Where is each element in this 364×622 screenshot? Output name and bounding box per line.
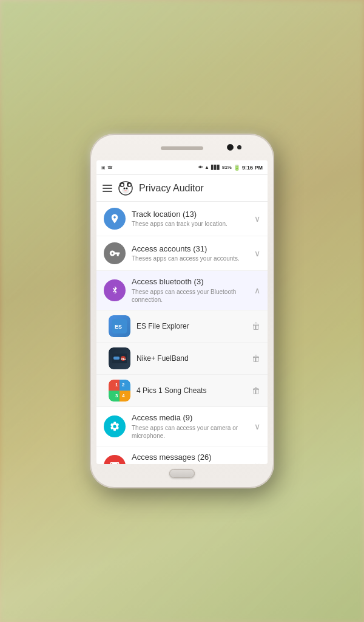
app-bar: Privacy Auditor — [96, 175, 268, 202]
svg-point-6 — [124, 187, 126, 189]
app-item-4pics[interactable]: 1 2 3 4 4 Pics 1 Song Cheats 🗑 — [96, 375, 268, 407]
4pics-delete[interactable]: 🗑 — [252, 386, 260, 395]
content-area: Track location (13) These apps can track… — [96, 202, 268, 464]
4pics-icon: 1 2 3 4 — [109, 380, 130, 402]
access-messages-desc: These apps can access your SMS/MMS messa… — [132, 463, 249, 464]
nike-fuelband-icon: N+ — [109, 347, 130, 369]
access-accounts-title: Access accounts (31) — [132, 244, 249, 255]
svg-point-8 — [124, 190, 127, 191]
svg-text:4: 4 — [122, 393, 125, 398]
nike-fuelband-delete[interactable]: 🗑 — [252, 354, 260, 363]
4pics-name: 4 Pics 1 Song Cheats — [136, 386, 252, 395]
status-icon-signal: ▋▋▋ — [211, 165, 220, 170]
svg-rect-12 — [113, 357, 120, 360]
svg-text:N+: N+ — [121, 357, 126, 361]
access-media-title: Access media (9) — [132, 413, 249, 423]
svg-point-4 — [129, 183, 131, 186]
status-icon-eye: 👁 — [198, 165, 203, 169]
permission-access-messages[interactable]: Access messages (26) These apps can acce… — [96, 446, 268, 464]
status-icon-wifi: ▲ — [204, 165, 209, 170]
4pics-icon-wrap: 1 2 3 4 — [109, 380, 130, 402]
access-media-chevron: ∨ — [254, 422, 260, 431]
permission-track-location[interactable]: Track location (13) These apps can track… — [96, 202, 268, 236]
permission-access-accounts[interactable]: Access accounts (31) Theses apps can acc… — [96, 236, 268, 271]
access-messages-icon — [104, 455, 126, 464]
app-item-es-file-explorer[interactable]: ES ES File Explorer 🗑 — [96, 310, 268, 343]
track-location-title: Track location (13) — [132, 210, 249, 220]
svg-point-7 — [126, 187, 128, 189]
es-file-explorer-icon-wrap: ES — [109, 315, 130, 337]
access-accounts-chevron: ∨ — [254, 248, 260, 258]
status-bar: ▣ ☎ 👁 ▲ ▋▋▋ 81% 🔋 9:16 PM — [96, 160, 268, 175]
access-media-desc: These apps can access your camera or mic… — [132, 424, 249, 440]
svg-point-3 — [121, 183, 124, 186]
status-time: 9:16 PM — [242, 165, 263, 171]
access-bluetooth-icon — [104, 279, 126, 301]
es-file-explorer-icon: ES — [109, 315, 130, 337]
svg-text:1: 1 — [115, 382, 118, 388]
track-location-chevron: ∨ — [254, 214, 260, 224]
permission-access-media[interactable]: Access media (9) These apps can access y… — [96, 407, 268, 446]
access-accounts-desc: Theses apps can access your accounts. — [132, 255, 249, 262]
battery-icon: 🔋 — [234, 165, 240, 171]
es-file-explorer-name: ES File Explorer — [136, 322, 252, 330]
track-location-icon — [104, 208, 126, 230]
access-messages-title: Access messages (26) — [132, 453, 249, 463]
permission-access-bluetooth[interactable]: Access bluetooth (3) These apps can acce… — [96, 271, 268, 310]
es-file-explorer-delete[interactable]: 🗑 — [252, 321, 260, 331]
access-bluetooth-desc: These apps can access your Bluetooth con… — [132, 288, 249, 304]
svg-rect-16 — [120, 380, 130, 391]
svg-text:3: 3 — [115, 393, 118, 398]
access-messages-chevron: ∨ — [254, 461, 260, 464]
track-location-desc: These apps can track your location. — [132, 220, 249, 228]
battery-percentage: 81% — [222, 165, 232, 170]
access-bluetooth-chevron: ∧ — [254, 285, 260, 295]
access-media-icon — [104, 415, 126, 437]
nike-fuelband-icon-wrap: N+ — [109, 347, 130, 369]
hamburger-menu-button[interactable] — [103, 185, 112, 192]
app-item-nike-fuelband[interactable]: N+ Nike+ FuelBand 🗑 — [96, 343, 268, 375]
svg-text:2: 2 — [122, 382, 125, 388]
svg-rect-18 — [120, 391, 130, 402]
nike-fuelband-name: Nike+ FuelBand — [136, 354, 252, 363]
app-title: Privacy Auditor — [139, 183, 261, 194]
access-bluetooth-title: Access bluetooth (3) — [132, 277, 249, 287]
home-button[interactable] — [169, 469, 195, 478]
svg-text:ES: ES — [115, 324, 122, 330]
panda-logo — [117, 180, 134, 197]
access-accounts-icon — [104, 242, 126, 264]
